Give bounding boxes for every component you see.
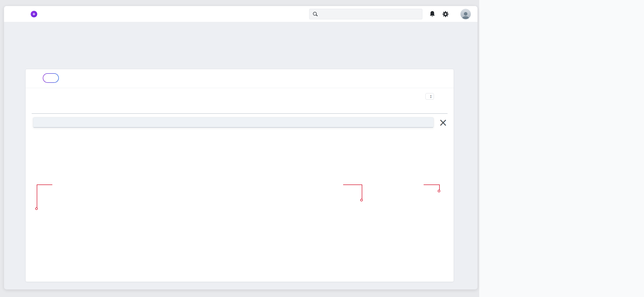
- workflow-steps: [4, 45, 477, 65]
- filter-bar: [26, 69, 454, 88]
- search-input[interactable]: [320, 11, 419, 17]
- top-bar: [4, 6, 477, 22]
- annotation-connector: [37, 184, 37, 208]
- inlay-wrap: [33, 117, 448, 128]
- page-title: [4, 22, 477, 26]
- gear-icon[interactable]: [442, 11, 449, 17]
- inlay-header: [33, 118, 433, 128]
- annotation-connector: [362, 184, 362, 199]
- workspace-header: [4, 22, 477, 45]
- annotation-connector: [37, 184, 52, 185]
- plus-icon: [31, 11, 37, 17]
- annotation-connector: [424, 184, 440, 185]
- avatar[interactable]: [460, 9, 471, 19]
- notes-panel: [479, 0, 644, 297]
- annotation-pointer: [438, 190, 440, 192]
- page: [0, 0, 644, 297]
- create-button[interactable]: [31, 11, 40, 17]
- app-window: [4, 6, 477, 289]
- close-icon[interactable]: [439, 119, 448, 127]
- search-button[interactable]: [43, 73, 59, 83]
- pagination: [421, 93, 448, 100]
- table-header: [32, 103, 448, 114]
- annotation-connector: [439, 184, 440, 190]
- annotation-pointer: [35, 207, 38, 210]
- content-card: [25, 69, 454, 282]
- inlay-table: [33, 117, 434, 128]
- global-search[interactable]: [309, 9, 422, 19]
- bell-icon[interactable]: [429, 11, 435, 17]
- search-icon: [313, 12, 317, 16]
- results-bar: [32, 88, 448, 103]
- annotation-pointer: [360, 199, 363, 201]
- rows-per-page-select[interactable]: [425, 93, 434, 100]
- stepper-icon: [430, 94, 431, 98]
- annotation-connector: [343, 184, 362, 185]
- screenshot-area: [0, 0, 479, 297]
- search-button-face: [43, 74, 58, 82]
